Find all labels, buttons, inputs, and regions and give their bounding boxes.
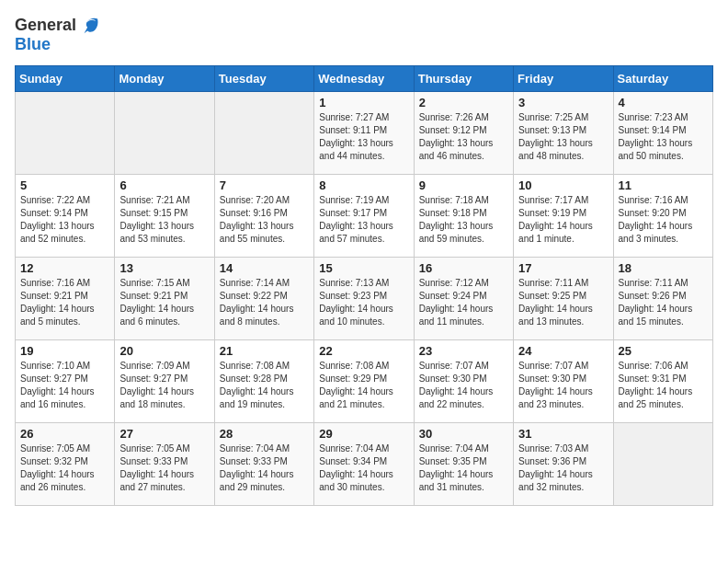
calendar-cell: 16Sunrise: 7:12 AM Sunset: 9:24 PM Dayli… bbox=[414, 258, 513, 340]
day-info: Sunrise: 7:21 AM Sunset: 9:15 PM Dayligh… bbox=[119, 194, 209, 246]
day-info: Sunrise: 7:04 AM Sunset: 9:33 PM Dayligh… bbox=[220, 442, 309, 494]
day-number: 19 bbox=[20, 344, 109, 358]
logo: General Blue bbox=[15, 15, 99, 54]
calendar-cell: 7Sunrise: 7:20 AM Sunset: 9:16 PM Daylig… bbox=[214, 175, 313, 258]
day-number: 27 bbox=[119, 427, 209, 441]
day-info: Sunrise: 7:27 AM Sunset: 9:11 PM Dayligh… bbox=[319, 111, 408, 163]
calendar-cell: 20Sunrise: 7:09 AM Sunset: 9:27 PM Dayli… bbox=[115, 340, 214, 423]
day-info: Sunrise: 7:23 AM Sunset: 9:14 PM Dayligh… bbox=[619, 111, 708, 163]
calendar-cell: 1Sunrise: 7:27 AM Sunset: 9:11 PM Daylig… bbox=[314, 92, 414, 175]
day-number: 24 bbox=[518, 344, 608, 358]
day-number: 15 bbox=[319, 261, 408, 275]
day-of-week-header: Monday bbox=[115, 66, 214, 92]
day-info: Sunrise: 7:18 AM Sunset: 9:18 PM Dayligh… bbox=[419, 194, 508, 246]
day-number: 20 bbox=[119, 344, 209, 358]
calendar-cell: 28Sunrise: 7:04 AM Sunset: 9:33 PM Dayli… bbox=[214, 423, 313, 506]
calendar-cell: 8Sunrise: 7:19 AM Sunset: 9:17 PM Daylig… bbox=[314, 175, 414, 258]
calendar-cell: 17Sunrise: 7:11 AM Sunset: 9:25 PM Dayli… bbox=[514, 258, 613, 340]
day-number: 10 bbox=[518, 178, 608, 192]
day-info: Sunrise: 7:25 AM Sunset: 9:13 PM Dayligh… bbox=[518, 111, 608, 163]
day-number: 18 bbox=[619, 261, 708, 275]
logo-bird-icon bbox=[79, 15, 99, 35]
calendar-cell: 6Sunrise: 7:21 AM Sunset: 9:15 PM Daylig… bbox=[115, 175, 214, 258]
calendar-table: SundayMondayTuesdayWednesdayThursdayFrid… bbox=[15, 65, 713, 506]
calendar-cell: 9Sunrise: 7:18 AM Sunset: 9:18 PM Daylig… bbox=[414, 175, 513, 258]
day-info: Sunrise: 7:20 AM Sunset: 9:16 PM Dayligh… bbox=[220, 194, 309, 246]
calendar-cell: 21Sunrise: 7:08 AM Sunset: 9:28 PM Dayli… bbox=[214, 340, 313, 423]
calendar-cell: 31Sunrise: 7:03 AM Sunset: 9:36 PM Dayli… bbox=[514, 423, 613, 506]
calendar-cell: 24Sunrise: 7:07 AM Sunset: 9:30 PM Dayli… bbox=[514, 340, 613, 423]
calendar-cell: 15Sunrise: 7:13 AM Sunset: 9:23 PM Dayli… bbox=[314, 258, 414, 340]
day-info: Sunrise: 7:11 AM Sunset: 9:25 PM Dayligh… bbox=[518, 277, 608, 328]
calendar-week-row: 19Sunrise: 7:10 AM Sunset: 9:27 PM Dayli… bbox=[16, 340, 713, 423]
logo-blue: Blue bbox=[15, 35, 51, 54]
day-number: 31 bbox=[518, 427, 608, 441]
calendar-week-row: 5Sunrise: 7:22 AM Sunset: 9:14 PM Daylig… bbox=[16, 175, 713, 258]
calendar-cell: 26Sunrise: 7:05 AM Sunset: 9:32 PM Dayli… bbox=[16, 423, 115, 506]
day-info: Sunrise: 7:15 AM Sunset: 9:21 PM Dayligh… bbox=[119, 277, 209, 328]
calendar-cell bbox=[613, 423, 712, 506]
day-info: Sunrise: 7:08 AM Sunset: 9:29 PM Dayligh… bbox=[319, 360, 408, 411]
calendar-week-row: 1Sunrise: 7:27 AM Sunset: 9:11 PM Daylig… bbox=[16, 92, 713, 175]
day-of-week-header: Friday bbox=[514, 66, 613, 92]
day-of-week-header: Saturday bbox=[613, 66, 712, 92]
calendar-cell: 23Sunrise: 7:07 AM Sunset: 9:30 PM Dayli… bbox=[414, 340, 513, 423]
day-info: Sunrise: 7:11 AM Sunset: 9:26 PM Dayligh… bbox=[619, 277, 708, 328]
day-number: 22 bbox=[319, 344, 408, 358]
calendar-cell: 4Sunrise: 7:23 AM Sunset: 9:14 PM Daylig… bbox=[613, 92, 712, 175]
calendar-cell: 13Sunrise: 7:15 AM Sunset: 9:21 PM Dayli… bbox=[115, 258, 214, 340]
calendar-cell: 3Sunrise: 7:25 AM Sunset: 9:13 PM Daylig… bbox=[514, 92, 613, 175]
day-info: Sunrise: 7:19 AM Sunset: 9:17 PM Dayligh… bbox=[319, 194, 408, 246]
day-info: Sunrise: 7:07 AM Sunset: 9:30 PM Dayligh… bbox=[419, 360, 508, 411]
calendar-cell: 2Sunrise: 7:26 AM Sunset: 9:12 PM Daylig… bbox=[414, 92, 513, 175]
day-info: Sunrise: 7:13 AM Sunset: 9:23 PM Dayligh… bbox=[319, 277, 408, 328]
day-of-week-header: Sunday bbox=[16, 66, 115, 92]
day-info: Sunrise: 7:09 AM Sunset: 9:27 PM Dayligh… bbox=[119, 360, 209, 411]
day-info: Sunrise: 7:16 AM Sunset: 9:21 PM Dayligh… bbox=[20, 277, 109, 328]
calendar-cell: 19Sunrise: 7:10 AM Sunset: 9:27 PM Dayli… bbox=[16, 340, 115, 423]
day-info: Sunrise: 7:08 AM Sunset: 9:28 PM Dayligh… bbox=[220, 360, 309, 411]
day-number: 16 bbox=[419, 261, 508, 275]
day-of-week-header: Thursday bbox=[414, 66, 513, 92]
calendar-week-row: 26Sunrise: 7:05 AM Sunset: 9:32 PM Dayli… bbox=[16, 423, 713, 506]
day-number: 11 bbox=[619, 178, 708, 192]
calendar-cell bbox=[115, 92, 214, 175]
day-header-row: SundayMondayTuesdayWednesdayThursdayFrid… bbox=[16, 66, 713, 92]
calendar-cell: 18Sunrise: 7:11 AM Sunset: 9:26 PM Dayli… bbox=[613, 258, 712, 340]
logo-general: General bbox=[15, 16, 76, 35]
day-info: Sunrise: 7:22 AM Sunset: 9:14 PM Dayligh… bbox=[20, 194, 109, 246]
calendar-cell bbox=[214, 92, 313, 175]
day-info: Sunrise: 7:14 AM Sunset: 9:22 PM Dayligh… bbox=[220, 277, 309, 328]
day-number: 5 bbox=[20, 178, 109, 192]
day-number: 30 bbox=[419, 427, 508, 441]
day-number: 1 bbox=[319, 96, 408, 109]
day-info: Sunrise: 7:26 AM Sunset: 9:12 PM Dayligh… bbox=[419, 111, 508, 163]
day-number: 21 bbox=[220, 344, 309, 358]
calendar-cell: 29Sunrise: 7:04 AM Sunset: 9:34 PM Dayli… bbox=[314, 423, 414, 506]
day-number: 12 bbox=[20, 261, 109, 275]
day-info: Sunrise: 7:04 AM Sunset: 9:35 PM Dayligh… bbox=[419, 442, 508, 494]
day-info: Sunrise: 7:03 AM Sunset: 9:36 PM Dayligh… bbox=[518, 442, 608, 494]
day-number: 14 bbox=[220, 261, 309, 275]
day-number: 6 bbox=[119, 178, 209, 192]
calendar-week-row: 12Sunrise: 7:16 AM Sunset: 9:21 PM Dayli… bbox=[16, 258, 713, 340]
calendar-cell: 11Sunrise: 7:16 AM Sunset: 9:20 PM Dayli… bbox=[613, 175, 712, 258]
day-info: Sunrise: 7:05 AM Sunset: 9:33 PM Dayligh… bbox=[119, 442, 209, 494]
day-of-week-header: Wednesday bbox=[314, 66, 414, 92]
calendar-cell: 27Sunrise: 7:05 AM Sunset: 9:33 PM Dayli… bbox=[115, 423, 214, 506]
day-number: 8 bbox=[319, 178, 408, 192]
day-number: 13 bbox=[119, 261, 209, 275]
calendar-cell: 30Sunrise: 7:04 AM Sunset: 9:35 PM Dayli… bbox=[414, 423, 513, 506]
calendar-cell: 12Sunrise: 7:16 AM Sunset: 9:21 PM Dayli… bbox=[16, 258, 115, 340]
day-number: 28 bbox=[220, 427, 309, 441]
calendar-cell: 22Sunrise: 7:08 AM Sunset: 9:29 PM Dayli… bbox=[314, 340, 414, 423]
day-number: 2 bbox=[419, 96, 508, 109]
day-number: 17 bbox=[518, 261, 608, 275]
day-info: Sunrise: 7:04 AM Sunset: 9:34 PM Dayligh… bbox=[319, 442, 408, 494]
day-number: 23 bbox=[419, 344, 508, 358]
header: General Blue bbox=[15, 15, 713, 54]
day-info: Sunrise: 7:16 AM Sunset: 9:20 PM Dayligh… bbox=[619, 194, 708, 246]
day-number: 26 bbox=[20, 427, 109, 441]
day-number: 3 bbox=[518, 96, 608, 109]
day-number: 29 bbox=[319, 427, 408, 441]
